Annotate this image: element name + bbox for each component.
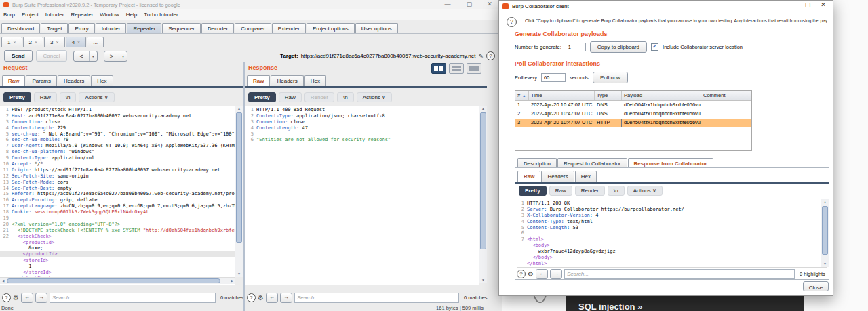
menu-item-window[interactable]: Window	[96, 12, 122, 18]
collaborator-n-button[interactable]: \n	[608, 186, 625, 196]
response-n-button[interactable]: \n	[337, 92, 354, 102]
send-button[interactable]: Send	[4, 50, 33, 62]
menu-item-turbo-intruder[interactable]: Turbo Intruder	[140, 12, 181, 18]
next-match-button[interactable]: →	[35, 293, 47, 303]
layout-single-button[interactable]	[467, 63, 481, 74]
tab-target[interactable]: Target	[41, 23, 68, 33]
copy-to-clipboard-button[interactable]: Copy to clipboard	[590, 41, 647, 53]
scroll-down-icon[interactable]: ▼	[235, 271, 243, 277]
interaction-row-3[interactable]: 32022-Apr-20 10:47:07 UTCHTTPd0eh504fzx1…	[515, 119, 751, 127]
menu-item-repeater[interactable]: Repeater	[67, 12, 96, 18]
tab-project-options[interactable]: Project options	[307, 23, 355, 33]
menu-item-intruder[interactable]: Intruder	[42, 12, 68, 18]
help-icon[interactable]: ?	[517, 270, 526, 278]
search-input[interactable]	[564, 269, 795, 279]
response-tab-hex[interactable]: Hex	[304, 75, 326, 86]
layout-rows-button[interactable]	[449, 63, 464, 74]
tab-sequencer[interactable]: Sequencer	[162, 23, 201, 33]
repeater-tab-4[interactable]: 4×	[66, 37, 87, 47]
scroll-up-icon[interactable]: ▲	[821, 199, 829, 205]
request-actions-button[interactable]: Actions ∨	[79, 92, 114, 102]
message-tab-hex[interactable]: Hex	[575, 171, 597, 182]
search-input[interactable]	[294, 293, 459, 303]
close-button[interactable]: Close	[803, 281, 829, 291]
collaborator-pretty-button[interactable]: Pretty	[519, 186, 547, 196]
column-header-[interactable]: #▲	[515, 91, 529, 100]
request-n-button[interactable]: \n	[60, 92, 77, 102]
minimize-icon[interactable]: —	[442, 0, 453, 9]
column-header-time[interactable]: Time	[529, 91, 595, 100]
scroll-up-icon[interactable]: ▲	[479, 106, 487, 112]
close-tab-icon[interactable]: ×	[77, 40, 80, 45]
request-tab-headers[interactable]: Headers	[58, 75, 90, 86]
close-icon[interactable]: ✕	[484, 0, 495, 9]
request-vertical-scrollbar[interactable]: ▲ ▼	[235, 106, 243, 277]
include-server-location-checkbox[interactable]: ✓	[651, 43, 658, 51]
interactions-table[interactable]: #▲TimeTypePayloadComment12022-Apr-20 10:…	[515, 90, 752, 151]
menu-item-burp[interactable]: Burp	[0, 12, 18, 18]
maximize-icon[interactable]: ▢	[804, 1, 812, 8]
scrollbar-thumb[interactable]	[822, 206, 828, 255]
repeater-tab-1[interactable]: 1×	[1, 37, 22, 47]
gear-icon[interactable]: ⚙	[528, 270, 534, 278]
panel-splitter[interactable]	[243, 62, 245, 311]
collaborator-raw-button[interactable]: Raw	[549, 186, 572, 196]
collaborator-response-editor[interactable]: 1HTTP/1.1 200 OK2Server: Burp Collaborat…	[515, 199, 821, 268]
repeater-tab-3[interactable]: 3×	[44, 37, 65, 47]
request-tab-raw[interactable]: Raw	[2, 75, 25, 86]
next-match-button[interactable]: →	[550, 269, 562, 279]
message-tab-raw[interactable]: Raw	[517, 171, 540, 182]
response-render-button[interactable]: Render	[304, 92, 334, 102]
message-tab-headers[interactable]: Headers	[541, 171, 574, 182]
scroll-down-icon[interactable]: ▼	[821, 261, 829, 267]
interaction-row-1[interactable]: 12022-Apr-20 10:47:07 UTCDNSd0eh504fzx1h…	[515, 101, 751, 110]
minimize-icon[interactable]: —	[788, 1, 796, 8]
collaborator-vertical-scrollbar[interactable]: ▲ ▼	[821, 199, 829, 267]
scrollbar-thumb[interactable]	[480, 112, 486, 249]
response-actions-button[interactable]: Actions ∨	[357, 92, 392, 102]
tab-decoder[interactable]: Decoder	[201, 23, 234, 33]
tab-comparer[interactable]: Comparer	[235, 23, 271, 33]
scroll-up-icon[interactable]: ▲	[235, 106, 243, 112]
scroll-left-icon[interactable]: ◀	[0, 278, 6, 284]
request-tab-params[interactable]: Params	[26, 75, 57, 86]
tab-repeater[interactable]: Repeater	[127, 23, 161, 33]
maximize-icon[interactable]: ▢	[464, 0, 475, 9]
help-icon[interactable]: ?	[486, 51, 495, 60]
column-header-payload[interactable]: Payload	[622, 91, 701, 100]
close-tab-icon[interactable]: ×	[13, 40, 16, 45]
menu-item-project[interactable]: Project	[18, 12, 42, 18]
poll-now-button[interactable]: Poll now	[593, 72, 628, 83]
response-pretty-button[interactable]: Pretty	[248, 92, 276, 102]
previous-request-button[interactable]: <▾	[73, 51, 97, 62]
tab-dashboard[interactable]: Dashboard	[1, 23, 40, 33]
request-editor[interactable]: 1POST /product/stock HTTP/1.12Host: acd9…	[0, 106, 235, 285]
request-tab-hex[interactable]: Hex	[91, 75, 113, 86]
previous-match-button[interactable]: ←	[536, 269, 548, 279]
scrollbar-thumb[interactable]	[7, 278, 220, 283]
response-tab-headers[interactable]: Headers	[271, 75, 303, 86]
scroll-right-icon[interactable]: ▶	[229, 278, 235, 284]
response-tab-raw[interactable]: Raw	[247, 75, 270, 86]
collaborator-render-button[interactable]: Render	[575, 186, 605, 196]
response-raw-button[interactable]: Raw	[279, 92, 302, 102]
help-icon[interactable]: ?	[247, 293, 256, 302]
previous-match-button[interactable]: ←	[21, 293, 33, 303]
collaborator-actions-button[interactable]: Actions ∨	[627, 186, 663, 196]
column-header-comment[interactable]: Comment	[701, 91, 751, 100]
cancel-button[interactable]: Cancel	[36, 50, 68, 62]
menu-item-help[interactable]: Help	[123, 12, 140, 18]
help-icon[interactable]: ?	[2, 293, 11, 302]
next-match-button[interactable]: →	[280, 293, 292, 303]
close-tab-icon[interactable]: ×	[35, 40, 37, 45]
help-icon[interactable]: ?	[507, 17, 517, 27]
request-pretty-button[interactable]: Pretty	[3, 92, 31, 102]
previous-match-button[interactable]: ←	[266, 293, 278, 303]
interaction-row-2[interactable]: 22022-Apr-20 10:47:07 UTCDNSd0eh504fzx1h…	[515, 110, 751, 119]
repeater-tab-2[interactable]: 2×	[23, 37, 44, 47]
scroll-down-icon[interactable]: ▼	[479, 277, 487, 283]
scrollbar-thumb[interactable]	[236, 112, 242, 243]
tab-extender[interactable]: Extender	[272, 23, 306, 33]
tab-proxy[interactable]: Proxy	[68, 23, 94, 33]
edit-target-icon[interactable]: ✎	[478, 53, 484, 60]
